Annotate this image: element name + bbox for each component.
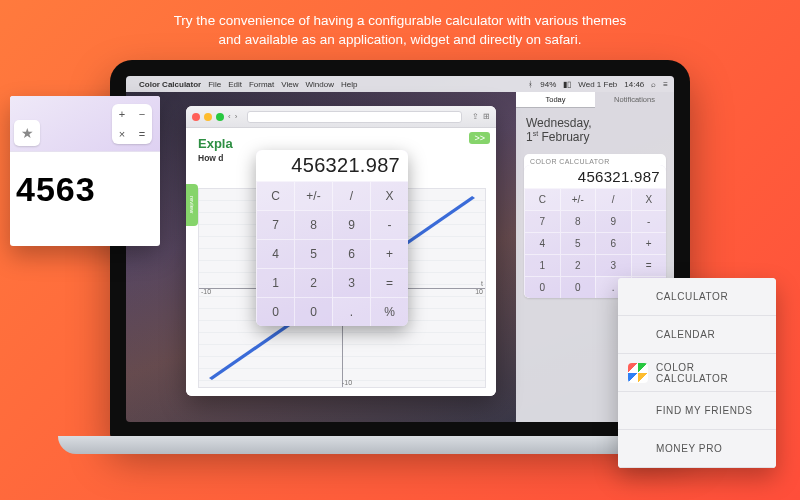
- calc-key-4[interactable]: 4: [256, 239, 294, 268]
- calc-key-0[interactable]: 0: [294, 297, 332, 326]
- calc-key-0[interactable]: 0: [560, 276, 596, 298]
- calc-key-+/-[interactable]: +/-: [560, 188, 596, 210]
- favorite-button[interactable]: ★: [14, 120, 40, 146]
- calc-key-2[interactable]: 2: [294, 268, 332, 297]
- calc-key-1[interactable]: 1: [256, 268, 294, 297]
- calc-key-C[interactable]: C: [524, 188, 560, 210]
- calc-key-4[interactable]: 4: [524, 232, 560, 254]
- axis-label-t: t: [481, 280, 483, 287]
- calc-key-9[interactable]: 9: [332, 210, 370, 239]
- marketing-tagline: Try the convenience of having a configur…: [0, 12, 800, 50]
- calc-key-+/-[interactable]: +/-: [294, 181, 332, 210]
- picker-item-calculator[interactable]: CALCULATOR: [618, 278, 776, 316]
- notification-center-icon[interactable]: ≡: [663, 80, 668, 89]
- widget-picker[interactable]: CALCULATOR CALENDAR COLOR CALCULATOR FIN…: [618, 278, 776, 468]
- tagline-line-1: Try the convenience of having a configur…: [174, 13, 627, 28]
- nc-tabs[interactable]: Today Notifications: [516, 92, 674, 108]
- macos-menubar[interactable]: Color Calculator File Edit Format View W…: [126, 76, 674, 92]
- calc-key-C[interactable]: C: [256, 181, 294, 210]
- x-tick: -10: [201, 288, 211, 295]
- window-zoom-button[interactable]: [216, 113, 224, 121]
- zoom-inset: ★ + − × = 4563: [10, 96, 160, 246]
- menubar-item-format[interactable]: Format: [249, 80, 274, 89]
- calc-key-2[interactable]: 2: [560, 254, 596, 276]
- menubar-item-file[interactable]: File: [208, 80, 221, 89]
- calc-key-5[interactable]: 5: [294, 239, 332, 268]
- safari-extension-calculator[interactable]: 456321.987 C+/-/X789-456+123=00.%: [256, 150, 408, 326]
- calc-key-6[interactable]: 6: [332, 239, 370, 268]
- nc-widget-title: COLOR CALCULATOR: [524, 154, 666, 165]
- calc-key-X[interactable]: X: [631, 188, 667, 210]
- calc-key-+[interactable]: +: [370, 239, 408, 268]
- widget-icon: [628, 401, 648, 421]
- picker-item-color-calculator[interactable]: COLOR CALCULATOR: [618, 354, 776, 392]
- calc-key-8[interactable]: 8: [294, 210, 332, 239]
- calc-key-0[interactable]: 0: [524, 276, 560, 298]
- picker-label: CALENDAR: [656, 329, 715, 340]
- page-go-button[interactable]: >>: [469, 132, 490, 144]
- spotlight-icon[interactable]: ⌕: [651, 80, 656, 89]
- calc-key-8[interactable]: 8: [560, 210, 596, 232]
- calc-key-7[interactable]: 7: [256, 210, 294, 239]
- window-close-button[interactable]: [192, 113, 200, 121]
- menubar-item-window[interactable]: Window: [305, 80, 333, 89]
- calc-key-0[interactable]: 0: [256, 297, 294, 326]
- menubar-date: Wed 1 Feb: [578, 80, 617, 89]
- picker-label: CALCULATOR: [656, 291, 728, 302]
- calc-keypad[interactable]: C+/-/X789-456+123=00.%: [256, 181, 408, 326]
- picker-item-find-my-friends[interactable]: FIND MY FRIENDS: [618, 392, 776, 430]
- nc-widget-color-calculator[interactable]: COLOR CALCULATOR 456321.987 C+/-/X789-45…: [524, 154, 666, 298]
- safari-back-icon[interactable]: ‹: [228, 112, 231, 121]
- star-icon: ★: [21, 125, 34, 141]
- calc-key-7[interactable]: 7: [524, 210, 560, 232]
- safari-tabs-icon[interactable]: ⊞: [483, 112, 490, 121]
- calc-key-5[interactable]: 5: [560, 232, 596, 254]
- safari-page: >> Expla How d = 8 to t = 9? review t -1…: [186, 128, 496, 396]
- operations-icon: + − × =: [112, 104, 152, 144]
- menubar-item-edit[interactable]: Edit: [228, 80, 242, 89]
- battery-icon[interactable]: ▮▯: [563, 80, 571, 89]
- calc-key-/[interactable]: /: [595, 188, 631, 210]
- y-tick: -10: [342, 379, 352, 386]
- safari-toolbar[interactable]: ‹ › ⇪ ⊞: [186, 106, 496, 128]
- calc-key-=[interactable]: =: [370, 268, 408, 297]
- picker-label: COLOR CALCULATOR: [656, 362, 766, 384]
- x-tick: 10: [475, 288, 483, 295]
- calc-display: 456321.987: [524, 165, 666, 188]
- safari-address-bar[interactable]: [247, 111, 462, 123]
- menubar-item-view[interactable]: View: [281, 80, 298, 89]
- calc-key-9[interactable]: 9: [595, 210, 631, 232]
- calc-key-1[interactable]: 1: [524, 254, 560, 276]
- safari-forward-icon[interactable]: ›: [235, 112, 238, 121]
- nc-tab-notifications[interactable]: Notifications: [595, 92, 674, 108]
- picker-item-calendar[interactable]: CALENDAR: [618, 316, 776, 354]
- safari-share-icon[interactable]: ⇪: [472, 112, 479, 121]
- calc-display: 456321.987: [256, 150, 408, 181]
- picker-item-money-pro[interactable]: MONEY PRO: [618, 430, 776, 468]
- calc-key-+[interactable]: +: [631, 232, 667, 254]
- menubar-item-help[interactable]: Help: [341, 80, 357, 89]
- calc-key-%[interactable]: %: [370, 297, 408, 326]
- safari-window[interactable]: ‹ › ⇪ ⊞ >> Expla How d = 8 to t = 9? rev…: [186, 106, 496, 396]
- menubar-app-name[interactable]: Color Calculator: [139, 80, 201, 89]
- battery-percent: 94%: [540, 80, 556, 89]
- window-minimize-button[interactable]: [204, 113, 212, 121]
- page-ribbon[interactable]: review: [186, 184, 198, 226]
- bluetooth-icon[interactable]: ᚼ: [528, 80, 533, 89]
- tagline-line-2: and available as an application, widget …: [218, 32, 581, 47]
- menubar-time: 14:46: [624, 80, 644, 89]
- calc-key-.[interactable]: .: [332, 297, 370, 326]
- widget-icon: [628, 287, 648, 307]
- calc-key--[interactable]: -: [370, 210, 408, 239]
- calc-key-/[interactable]: /: [332, 181, 370, 210]
- calc-key-3[interactable]: 3: [332, 268, 370, 297]
- zoom-display: 4563: [10, 152, 160, 209]
- laptop-screen: Color Calculator File Edit Format View W…: [126, 76, 674, 422]
- calc-key-6[interactable]: 6: [595, 232, 631, 254]
- calc-key-3[interactable]: 3: [595, 254, 631, 276]
- calc-key-=[interactable]: =: [631, 254, 667, 276]
- nc-tab-today[interactable]: Today: [516, 92, 595, 108]
- calc-key-X[interactable]: X: [370, 181, 408, 210]
- picker-label: MONEY PRO: [656, 443, 722, 454]
- calc-key--[interactable]: -: [631, 210, 667, 232]
